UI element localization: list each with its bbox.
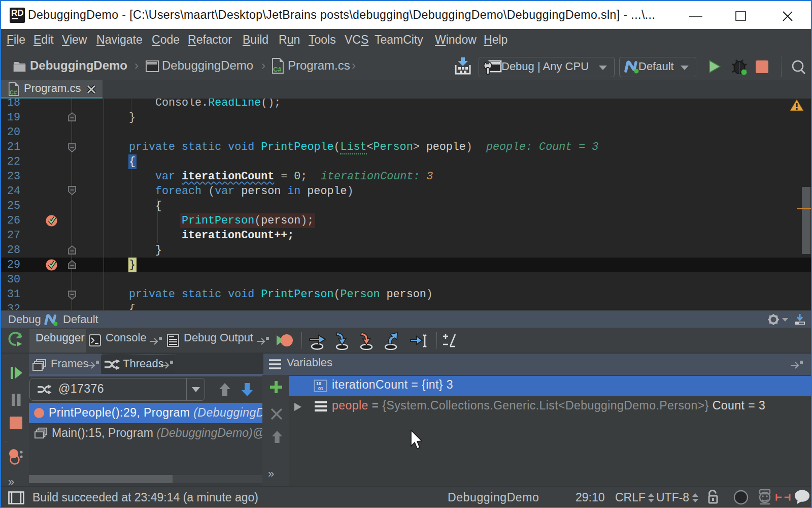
svg-text:10: 10 bbox=[316, 381, 321, 386]
svg-text:C#: C# bbox=[10, 89, 17, 96]
svg-text:01: 01 bbox=[318, 386, 323, 391]
svg-text:C#: C# bbox=[273, 66, 282, 73]
